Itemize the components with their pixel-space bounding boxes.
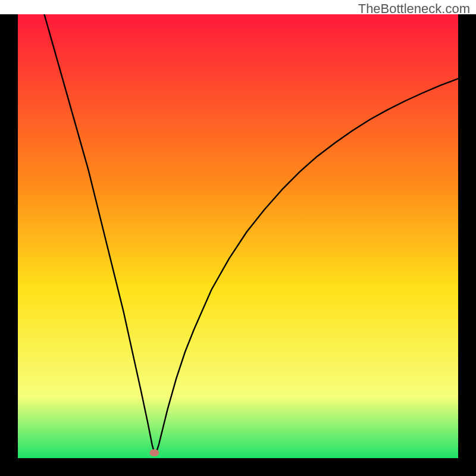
bottleneck-chart xyxy=(0,14,476,476)
chart-svg xyxy=(0,14,476,476)
optimal-point-marker xyxy=(149,449,159,456)
chart-background xyxy=(18,14,458,458)
watermark-label: TheBottleneck.com xyxy=(358,1,470,17)
